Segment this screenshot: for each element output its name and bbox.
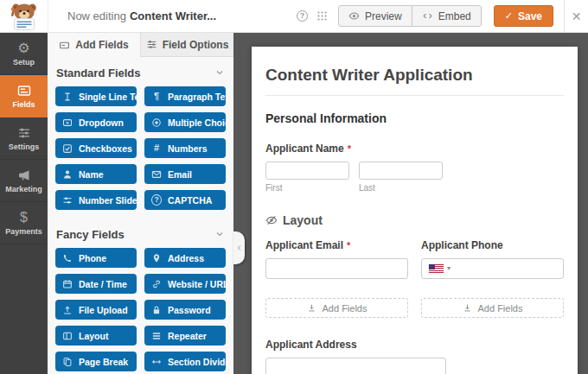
form-title[interactable]: Content Writer Application <box>265 66 564 85</box>
embed-button[interactable]: Embed <box>412 5 482 27</box>
field-button-label: Multiple Choice <box>168 117 226 128</box>
embed-button-label: Embed <box>438 10 471 22</box>
field-button-phone[interactable]: Phone <box>55 248 137 268</box>
wpforms-builder-window: Now editing Content Writer... ? Preview … <box>0 0 588 374</box>
last-sublabel: Last <box>359 183 443 193</box>
chevron-left-icon <box>235 240 244 256</box>
builder-nav-sidebar: ⚙SetupFieldsSettingsMarketing$Payments <box>0 33 48 374</box>
field-button-label: CAPTCHA <box>168 195 212 206</box>
title-divider <box>265 95 564 96</box>
field-button-date-time[interactable]: Date / Time <box>55 274 137 294</box>
columns-icon <box>62 331 73 341</box>
section-header-fancy-fields[interactable]: Fancy Fields <box>56 227 225 241</box>
panel-collapse-handle[interactable] <box>233 231 245 264</box>
form-preview-card: Content Writer Application Personal Info… <box>252 47 578 374</box>
map-pin-icon <box>151 253 162 263</box>
field-button-dropdown[interactable]: Dropdown <box>55 112 137 132</box>
calendar-icon <box>62 279 73 289</box>
now-editing-prefix: Now editing <box>67 10 126 22</box>
field-applicant-name[interactable]: Applicant Name * First Last <box>265 143 564 193</box>
divider-icon <box>151 357 162 367</box>
header-actions: ? Preview Embed ✓ Save ✕ <box>297 0 588 32</box>
field-button-repeater[interactable]: Repeater <box>144 326 226 345</box>
sidebar-item-fields[interactable]: Fields <box>0 75 48 117</box>
question-icon: ? <box>151 194 162 206</box>
field-button-address[interactable]: Address <box>144 248 226 268</box>
add-fields-dropzone-left[interactable]: Add Fields <box>265 298 408 318</box>
download-icon <box>307 303 316 313</box>
last-name-input[interactable] <box>359 162 443 180</box>
section-header-standard-fields[interactable]: Standard Fields <box>56 66 225 79</box>
field-button-website-url[interactable]: Website / URL <box>144 274 226 294</box>
text-cursor-icon <box>62 92 73 102</box>
eye-slash-icon <box>265 214 278 226</box>
form-preview-area: Content Writer Application Personal Info… <box>233 33 588 374</box>
hash-icon: # <box>151 143 162 153</box>
gear-icon: ⚙ <box>17 41 29 55</box>
phone-icon <box>62 253 73 263</box>
tab-label: Field Options <box>163 39 229 51</box>
field-button-section-divider[interactable]: Section Divider <box>144 352 226 371</box>
field-button-email[interactable]: Email <box>144 164 226 184</box>
applicant-email-input[interactable] <box>265 258 408 279</box>
preview-button[interactable]: Preview <box>338 5 412 27</box>
personal-information-heading[interactable]: Personal Information <box>265 111 564 125</box>
field-applicant-address[interactable]: Applicant Address Address Line 1 <box>265 339 564 374</box>
close-builder-button[interactable]: ✕ <box>564 0 588 32</box>
tab-add-fields[interactable]: Add Fields <box>48 33 140 57</box>
required-asterisk: * <box>347 240 350 250</box>
preview-button-label: Preview <box>365 10 402 22</box>
help-icon[interactable]: ? <box>297 10 308 22</box>
field-button-captcha[interactable]: ?CAPTCHA <box>144 190 226 210</box>
sidebar-item-settings[interactable]: Settings <box>0 117 48 160</box>
field-button-password[interactable]: Password <box>144 300 226 320</box>
wpforms-bear-icon <box>10 2 39 30</box>
field-button-multiple-choice[interactable]: Multiple Choice <box>144 112 226 132</box>
sidebar-item-setup[interactable]: ⚙Setup <box>0 33 48 75</box>
repeater-icon <box>151 331 162 341</box>
field-button-label: Website / URL <box>168 279 226 289</box>
field-button-name[interactable]: Name <box>55 164 137 184</box>
field-button-checkboxes[interactable]: Checkboxes <box>55 138 137 158</box>
sidebar-item-label: Payments <box>5 227 42 236</box>
us-flag-icon <box>429 264 444 274</box>
dollar-icon: $ <box>20 211 28 225</box>
person-icon <box>62 169 73 180</box>
field-button-label: Name <box>79 169 104 180</box>
grid-menu-icon[interactable] <box>316 10 328 22</box>
applicant-phone-input[interactable]: ▾ <box>421 258 564 279</box>
field-button-label: Dropdown <box>79 117 124 128</box>
first-name-input[interactable] <box>265 162 349 180</box>
add-fields-dropzone-right[interactable]: Add Fields <box>421 298 564 318</box>
upload-icon <box>62 305 73 315</box>
field-button-single-line-text[interactable]: Single Line Text <box>55 86 137 106</box>
layout-label: Layout <box>283 213 323 227</box>
address-line-1-input[interactable] <box>265 358 446 374</box>
layout-field[interactable]: Layout Applicant Email * Applicant Phone <box>265 213 564 318</box>
field-button-label: Section Divider <box>168 357 226 367</box>
sidebar-item-marketing[interactable]: Marketing <box>0 160 48 202</box>
save-button[interactable]: ✓ Save <box>494 5 553 27</box>
tab-label: Add Fields <box>75 39 128 51</box>
field-button-number-slider[interactable]: Number Slider <box>55 190 137 210</box>
field-applicant-email[interactable]: Applicant Email * <box>265 239 408 279</box>
sidebar-item-payments[interactable]: $Payments <box>0 202 48 244</box>
page-break-icon <box>62 357 73 367</box>
field-button-page-break[interactable]: Page Break <box>55 352 137 371</box>
field-button-paragraph-text[interactable]: ¶Paragraph Text <box>144 86 226 106</box>
field-button-numbers[interactable]: #Numbers <box>144 138 226 158</box>
section-title: Standard Fields <box>56 67 141 79</box>
lock-icon <box>151 305 162 315</box>
field-button-file-upload[interactable]: File Upload <box>55 300 137 320</box>
fields-panel-content: Standard FieldsSingle Line Text¶Paragrap… <box>48 57 233 371</box>
field-applicant-phone[interactable]: Applicant Phone ▾ <box>421 239 564 279</box>
sidebar-item-label: Setup <box>13 58 35 67</box>
field-button-layout[interactable]: Layout <box>55 326 137 345</box>
preview-embed-group: Preview Embed <box>338 5 482 27</box>
tab-field-options[interactable]: Field Options <box>140 33 233 57</box>
add-fields-dropzone-label: Add Fields <box>323 303 368 314</box>
field-button-label: Checkboxes <box>79 143 132 154</box>
caret-down-icon: ▾ <box>447 265 451 272</box>
fields-panel: Add FieldsField Options Standard FieldsS… <box>48 33 233 374</box>
megaphone-icon <box>17 168 31 182</box>
